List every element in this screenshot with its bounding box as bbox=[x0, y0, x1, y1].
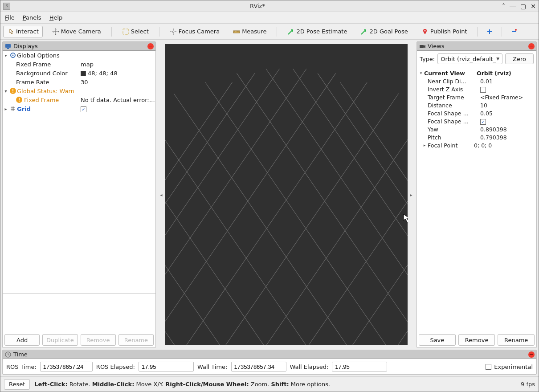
reset-button[interactable]: Reset bbox=[4, 379, 30, 390]
prop-target-frame-label: Target Frame bbox=[428, 94, 480, 101]
tool-remove[interactable] bbox=[508, 26, 520, 37]
toolbar: Interact Move Camera Select Focus Camera… bbox=[0, 24, 539, 40]
prop-focal-point-label: Focal Point bbox=[428, 142, 474, 149]
rename-button[interactable]: Rename bbox=[118, 334, 154, 346]
prop-focal-point-value[interactable]: 0; 0; 0 bbox=[474, 142, 535, 149]
ros-time-field[interactable] bbox=[40, 362, 93, 372]
prop-fixed-frame-value[interactable]: map bbox=[81, 61, 155, 68]
tool-publish-point[interactable]: Publish Point bbox=[417, 26, 471, 37]
views-title-label: Views bbox=[428, 43, 445, 49]
svg-line-20 bbox=[232, 107, 408, 345]
toolbar-separator bbox=[159, 27, 159, 37]
interact-icon bbox=[7, 28, 14, 35]
chevron-left-icon: ◂ bbox=[160, 192, 162, 197]
minus-icon bbox=[510, 28, 518, 35]
views-properties[interactable]: ▾Current ViewOrbit (rviz) Near Clip Di…0… bbox=[417, 67, 536, 332]
wall-time-label: Wall Time: bbox=[197, 363, 228, 370]
panel-close-icon[interactable] bbox=[147, 43, 154, 49]
tool-publish-point-label: Publish Point bbox=[430, 28, 467, 35]
window-maximize-icon[interactable]: ▢ bbox=[520, 3, 526, 10]
tree-expander[interactable]: ▾ bbox=[3, 53, 9, 58]
focal-shape-fixed-checkbox[interactable]: ✓ bbox=[480, 119, 486, 125]
tree-expander[interactable]: ▸ bbox=[3, 106, 9, 111]
tool-2d-pose-estimate[interactable]: 2D Pose Estimate bbox=[283, 26, 351, 37]
svg-line-29 bbox=[295, 141, 408, 345]
window-minimize-icon[interactable]: ― bbox=[510, 3, 516, 10]
displays-panel-title[interactable]: Displays bbox=[3, 42, 155, 51]
prop-target-frame-value[interactable]: <Fixed Frame> bbox=[480, 94, 535, 101]
global-options-label: Global Options bbox=[17, 52, 62, 59]
current-view-label: Current View bbox=[424, 70, 477, 77]
tool-interact[interactable]: Interact bbox=[3, 26, 43, 37]
wall-time-field[interactable] bbox=[231, 362, 286, 372]
panel-close-icon[interactable] bbox=[528, 351, 535, 358]
tool-focus-camera[interactable]: Focus Camera bbox=[166, 26, 224, 37]
remove-view-button[interactable]: Remove bbox=[458, 334, 495, 346]
displays-panel: Displays ▾ Global Options Fixed Framemap… bbox=[2, 41, 156, 348]
duplicate-button[interactable]: Duplicate bbox=[42, 334, 78, 346]
svg-rect-6 bbox=[7, 48, 9, 49]
svg-line-28 bbox=[264, 123, 408, 345]
tool-move-camera[interactable]: Move Camera bbox=[48, 26, 105, 37]
tool-measure[interactable]: Measure bbox=[229, 26, 270, 37]
svg-line-22 bbox=[169, 82, 367, 345]
prop-bg-color-value[interactable]: 48; 48; 48 bbox=[81, 70, 155, 77]
panel-close-icon[interactable] bbox=[528, 43, 535, 49]
menu-panels[interactable]: Panels bbox=[23, 14, 41, 21]
grid-label[interactable]: Grid bbox=[17, 106, 33, 112]
tool-add[interactable] bbox=[484, 26, 495, 37]
tree-expander[interactable]: ▾ bbox=[418, 71, 424, 75]
tool-measure-label: Measure bbox=[242, 28, 266, 35]
prop-near-clip-value[interactable]: 0.01 bbox=[480, 78, 535, 85]
prop-focal-shape-size-value[interactable]: 0.05 bbox=[480, 110, 535, 117]
move-camera-icon bbox=[52, 28, 59, 35]
add-button[interactable]: Add bbox=[4, 334, 40, 346]
time-panel-title[interactable]: Time bbox=[3, 350, 536, 359]
save-view-button[interactable]: Save bbox=[419, 334, 456, 346]
zero-button[interactable]: Zero bbox=[505, 53, 534, 64]
chevron-down-icon: ▼ bbox=[496, 57, 499, 61]
window-close-icon[interactable]: ✕ bbox=[531, 3, 536, 10]
menu-help[interactable]: Help bbox=[49, 14, 63, 21]
svg-point-1 bbox=[172, 31, 174, 33]
menu-file[interactable]: File bbox=[5, 14, 15, 21]
svg-point-4 bbox=[515, 29, 517, 31]
ros-elapsed-label: ROS Elapsed: bbox=[96, 363, 135, 370]
prop-yaw-label: Yaw bbox=[428, 126, 480, 133]
remove-button[interactable]: Remove bbox=[81, 334, 116, 346]
tree-expander[interactable]: ▸ bbox=[421, 143, 428, 147]
views-type-combo[interactable]: Orbit (rviz_default_ ▼ bbox=[437, 53, 502, 64]
experimental-checkbox[interactable]: ✓ bbox=[486, 364, 491, 370]
svg-line-24 bbox=[165, 69, 306, 345]
ros-time-label: ROS Time: bbox=[6, 363, 37, 370]
views-panel-title[interactable]: Views bbox=[417, 42, 536, 51]
center-view-wrap: ◂ bbox=[158, 41, 415, 348]
ros-elapsed-field[interactable] bbox=[139, 362, 194, 372]
displays-tree[interactable]: ▾ Global Options Fixed Framemap Backgrou… bbox=[3, 51, 155, 291]
prop-pitch-value[interactable]: 0.790398 bbox=[480, 134, 535, 141]
3d-viewport[interactable] bbox=[165, 44, 408, 345]
collapse-right-handle[interactable]: ▸ bbox=[408, 41, 415, 348]
window-rollup-icon[interactable]: ˄ bbox=[502, 3, 505, 10]
prop-distance-value[interactable]: 10 bbox=[480, 102, 535, 109]
invert-z-checkbox[interactable]: ✓ bbox=[480, 87, 486, 93]
tool-focus-camera-label: Focus Camera bbox=[179, 28, 220, 35]
tool-select[interactable]: Select bbox=[118, 26, 153, 37]
svg-line-18 bbox=[165, 141, 277, 345]
grid-enable-checkbox[interactable]: ✓ bbox=[81, 106, 86, 112]
tree-expander[interactable]: ▾ bbox=[3, 89, 9, 94]
svg-line-17 bbox=[165, 123, 309, 345]
monitor-icon bbox=[4, 43, 12, 50]
tool-move-camera-label: Move Camera bbox=[61, 28, 101, 35]
arrow-green-icon bbox=[287, 28, 294, 35]
svg-rect-31 bbox=[420, 45, 424, 48]
svg-line-27 bbox=[165, 82, 232, 345]
wall-elapsed-field[interactable] bbox=[332, 362, 387, 372]
tool-2d-goal-pose[interactable]: 2D Goal Pose bbox=[356, 26, 412, 37]
prop-frame-rate-value[interactable]: 30 bbox=[81, 79, 155, 86]
prop-yaw-value[interactable]: 0.890398 bbox=[480, 126, 535, 133]
collapse-left-handle[interactable]: ◂ bbox=[158, 41, 165, 348]
svg-line-23 bbox=[165, 74, 336, 345]
experimental-label: Experimental bbox=[494, 363, 533, 370]
rename-view-button[interactable]: Rename bbox=[498, 334, 535, 346]
